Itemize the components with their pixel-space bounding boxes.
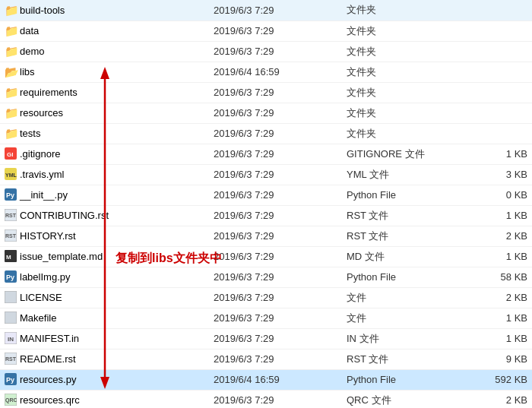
file-date: 2019/6/3 7:29 [209,287,342,308]
file-name-cell[interactable]: GI.gitignore [0,144,209,164]
file-size: 592 KB [466,369,533,390]
file-name: labelImg.py [20,271,70,283]
table-row[interactable]: 📁data 2019/6/3 7:29 文件夹 [0,21,532,41]
file-name-cell[interactable]: 📁resources [0,103,209,123]
file-name-cell[interactable]: 📁build-tools [0,0,209,21]
file-name-cell[interactable]: Py__init__.py [0,185,209,205]
file-name: CONTRIBUTING.rst [20,210,109,221]
file-name-cell[interactable]: Pyresources.py [0,369,209,390]
table-row[interactable]: 📁tests 2019/6/3 7:29 文件夹 [0,123,532,144]
file-size [466,41,533,62]
python-icon: Py [5,373,17,385]
table-row[interactable]: 📁build-tools 2019/6/3 7:29 文件夹 [0,0,532,21]
table-row[interactable]: Missue_template.md 2019/6/3 7:29 MD 文件 1… [0,246,532,267]
file-date: 2019/6/3 7:29 [209,144,342,164]
yml-icon: YML [5,168,17,180]
file-name-cell[interactable]: 📁demo [0,41,209,62]
svg-text:QRC: QRC [5,397,17,403]
file-size: 1 KB [466,144,533,164]
table-row[interactable]: 📂libs 2019/6/4 16:59 文件夹 [0,62,532,82]
file-type: 文件 [342,287,466,308]
file-name-cell[interactable]: 📁tests [0,123,209,144]
table-row[interactable]: Makefile 2019/6/3 7:29 文件 1 KB [0,308,532,328]
svg-text:Py: Py [6,191,14,199]
file-type: 文件夹 [342,123,466,144]
file-type: RST 文件 [342,205,466,226]
file-name-cell[interactable]: PylabelImg.py [0,267,209,287]
file-date: 2019/6/4 16:59 [209,369,342,390]
file-type: YML 文件 [342,164,466,185]
file-name: HISTORY.rst [20,230,76,242]
file-name-cell[interactable]: RSTREADME.rst [0,349,209,369]
folder-icon: 📁 [5,127,17,139]
folder-icon: 📁 [5,86,17,98]
rst-icon: RST [5,209,17,221]
table-row[interactable]: YML.travis.yml 2019/6/3 7:29 YML 文件 3 KB [0,164,532,185]
file-name: .gitignore [20,148,60,160]
svg-text:RST: RST [5,356,17,362]
file-name-cell[interactable]: 📁data [0,21,209,41]
table-row[interactable]: Py__init__.py 2019/6/3 7:29 Python File … [0,185,532,205]
table-row[interactable]: 📁demo 2019/6/3 7:29 文件夹 [0,41,532,62]
qrc-icon: QRC [5,394,17,406]
file-date: 2019/6/3 7:29 [209,185,342,205]
svg-rect-14 [5,291,17,303]
file-name-cell[interactable]: Makefile [0,308,209,328]
file-size [466,123,533,144]
file-type: Python File [342,369,466,390]
file-type: GITIGNORE 文件 [342,144,466,164]
svg-text:RST: RST [5,233,17,239]
file-name: requirements [20,87,78,98]
file-name-cell[interactable]: 📂libs [0,62,209,82]
file-name: .travis.yml [20,169,65,180]
file-date: 2019/6/3 7:29 [209,267,342,287]
table-row[interactable]: 📁resources 2019/6/3 7:29 文件夹 [0,103,532,123]
folder-open-icon: 📂 [5,65,17,77]
file-name-cell[interactable]: INMANIFEST.in [0,328,209,349]
table-row[interactable]: 📁requirements 2019/6/3 7:29 文件夹 [0,82,532,103]
file-type: 文件夹 [342,0,466,21]
file-date: 2019/6/3 7:29 [209,328,342,349]
folder-icon: 📁 [5,24,17,36]
table-row[interactable]: QRCresources.qrc 2019/6/3 7:29 QRC 文件 2 … [0,390,532,408]
svg-text:YML: YML [5,172,17,178]
file-date: 2019/6/3 7:29 [209,349,342,369]
table-row[interactable]: RSTCONTRIBUTING.rst 2019/6/3 7:29 RST 文件… [0,205,532,226]
file-size: 2 KB [466,226,533,246]
rst-icon: RST [5,353,17,365]
table-row[interactable]: RSTHISTORY.rst 2019/6/3 7:29 RST 文件 2 KB [0,226,532,246]
folder-icon: 📁 [5,45,17,57]
svg-text:M: M [6,254,11,261]
file-name: __init__.py [20,189,68,201]
file-name: LICENSE [20,292,62,303]
svg-text:Py: Py [6,376,14,384]
file-name-cell[interactable]: RSTCONTRIBUTING.rst [0,205,209,226]
file-size: 9 KB [466,349,533,369]
file-name: resources.qrc [20,394,80,406]
table-row[interactable]: Pyresources.py 2019/6/4 16:59 Python Fil… [0,369,532,390]
file-name: demo [20,46,45,57]
python-icon: Py [5,270,17,283]
table-row[interactable]: LICENSE 2019/6/3 7:29 文件 2 KB [0,287,532,308]
table-row[interactable]: GI.gitignore 2019/6/3 7:29 GITIGNORE 文件 … [0,144,532,164]
file-date: 2019/6/3 7:29 [209,246,342,267]
file-name-cell[interactable]: LICENSE [0,287,209,308]
file-size: 1 KB [466,205,533,226]
table-row[interactable]: PylabelImg.py 2019/6/3 7:29 Python File … [0,267,532,287]
file-type: 文件夹 [342,62,466,82]
table-row[interactable]: INMANIFEST.in 2019/6/3 7:29 IN 文件 1 KB [0,328,532,349]
file-name-cell[interactable]: QRCresources.qrc [0,390,209,408]
file-type: Python File [342,267,466,287]
table-row[interactable]: RSTREADME.rst 2019/6/3 7:29 RST 文件 9 KB [0,349,532,369]
file-size [466,0,533,21]
file-name-cell[interactable]: 📁requirements [0,82,209,103]
svg-text:RST: RST [5,213,17,218]
file-type: 文件夹 [342,41,466,62]
file-name-cell[interactable]: Missue_template.md [0,246,209,267]
file-name-cell[interactable]: YML.travis.yml [0,164,209,185]
file-size: 58 KB [466,267,533,287]
file-name-cell[interactable]: RSTHISTORY.rst [0,226,209,246]
file-size: 1 KB [466,328,533,349]
file-type: RST 文件 [342,226,466,246]
file-type: RST 文件 [342,349,466,369]
